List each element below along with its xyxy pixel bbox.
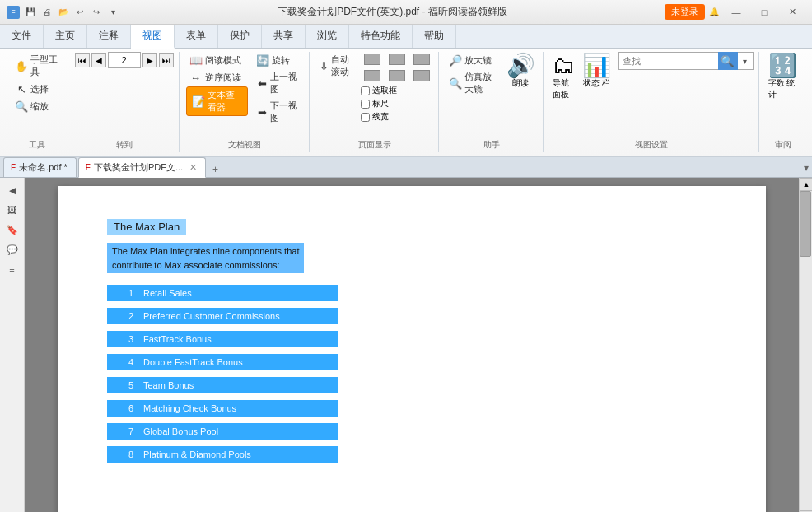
wireline-check[interactable]: 线宽 — [361, 111, 433, 123]
minimize-window-btn[interactable]: — — [723, 3, 749, 21]
word-count-icon: 🔢 — [768, 54, 797, 77]
layout-btn-3[interactable] — [410, 52, 433, 67]
title-bar-right: 未登录 🔔 — □ ✕ — [665, 3, 805, 21]
scroll-track — [800, 191, 812, 510]
thumbnail-btn[interactable]: 🖼 — [3, 201, 21, 219]
pdf-item-7: 7 Global Bonus Pool — [107, 423, 338, 440]
voice-btn[interactable]: 🔊 朗读 — [504, 52, 538, 91]
tab-browse[interactable]: 浏览 — [306, 25, 349, 48]
scroll-thumb[interactable] — [800, 191, 811, 257]
customize-btn[interactable]: ▾ — [105, 5, 120, 20]
layout-btn-6[interactable] — [410, 68, 433, 83]
scroll-up-btn[interactable]: ▲ — [800, 178, 812, 191]
doc-tab-1[interactable]: F 下载奖金计划PDF文... ✕ — [78, 157, 206, 178]
tab-help[interactable]: 帮助 — [413, 25, 456, 48]
tabs-dropdown-btn[interactable]: ▾ — [804, 162, 809, 174]
prev-view-btn[interactable]: ⬅ 上一视图 — [253, 69, 303, 97]
group-assistant-label: 助手 — [441, 139, 543, 151]
hand-tool-btn[interactable]: ✋ 手型工具 — [12, 52, 63, 80]
pdf-item-1: 1 Retail Sales — [107, 285, 338, 301]
zoom-icon: 🔍 — [15, 100, 28, 113]
maximize-window-btn[interactable]: □ — [751, 3, 777, 21]
layout-btn-2[interactable] — [385, 52, 408, 67]
pdf-page: The Max Plan The Max Plan integrates nin… — [58, 186, 766, 512]
rotate-btn[interactable]: 🔄 旋转 — [253, 52, 303, 68]
title-bar: F 💾 🖨 📂 ↩ ↪ ▾ 下载奖金计划PDF文件(英文).pdf - 福昕阅读… — [0, 0, 812, 25]
last-page-btn[interactable]: ⏭ — [159, 53, 174, 67]
next-view-btn[interactable]: ➡ 下一视图 — [253, 98, 303, 126]
rotate-icon: 🔄 — [256, 54, 269, 67]
title-bar-left: F 💾 🖨 📂 ↩ ↪ ▾ — [7, 5, 120, 20]
group-goto-content: ⏮ ◀ 2 ▶ ⏭ — [75, 52, 174, 152]
read-mode-icon: 📖 — [189, 54, 203, 67]
select-frame-check[interactable]: 选取框 — [361, 85, 433, 96]
tab-close-btn[interactable]: ✕ — [189, 162, 197, 173]
navigation-icon: 🗂 — [553, 54, 576, 77]
reverse-read-btn[interactable]: ↔ 逆序阅读 — [186, 69, 249, 86]
group-viewsettings-content: 🗂 导航 面板 📊 状态 栏 🔍 ▾ — [550, 52, 754, 152]
search-options-btn[interactable]: ▾ — [738, 54, 753, 68]
reverse-read-icon: ↔ — [189, 71, 203, 84]
tab-protect[interactable]: 保护 — [218, 25, 262, 48]
tab-form[interactable]: 表单 — [175, 25, 218, 48]
page-number-input[interactable]: 2 — [108, 52, 141, 68]
read-mode-btn[interactable]: 📖 阅读模式 — [186, 52, 249, 68]
tab-annotation[interactable]: 注释 — [87, 25, 131, 48]
redo-btn[interactable]: ↪ — [89, 5, 104, 20]
open-btn[interactable]: 📂 — [56, 5, 71, 20]
search-input[interactable] — [619, 54, 718, 67]
login-button[interactable]: 未登录 — [665, 4, 705, 20]
fake-magnifier-btn[interactable]: 🔍 仿真放大镜 — [446, 69, 499, 97]
layout-btn-4[interactable] — [361, 68, 384, 83]
status-bar-btn[interactable]: 📊 状态 栏 — [580, 52, 614, 91]
ribbon-tab-bar: 文件 主页 注释 视图 表单 保护 共享 浏览 特色功能 帮助 — [0, 25, 812, 49]
minimize-btn[interactable]: 🔔 — [707, 5, 721, 20]
next-page-btn[interactable]: ▶ — [142, 53, 157, 67]
tab-home[interactable]: 主页 — [44, 25, 87, 48]
fake-magnifier-icon: 🔍 — [449, 77, 462, 90]
magnifier-btn[interactable]: 🔎 放大镜 — [446, 52, 499, 68]
bookmark-btn[interactable]: 🔖 — [3, 221, 21, 239]
close-window-btn[interactable]: ✕ — [779, 3, 805, 21]
print-btn[interactable]: 🖨 — [40, 5, 54, 20]
text-reader-btn[interactable]: 📝 文本查看器 — [186, 86, 249, 116]
group-goto-label: 转到 — [70, 139, 179, 151]
zoom-btn[interactable]: 🔍 缩放 — [12, 98, 63, 114]
window-title: 下载奖金计划PDF文件(英文).pdf - 福昕阅读器领鲜版 — [120, 5, 665, 19]
auto-scroll-btn[interactable]: ⇩ 自动 滚动 — [316, 52, 359, 80]
ruler-check[interactable]: 标尺 — [361, 98, 433, 109]
document-tab-bar: F 未命名.pdf * F 下载奖金计划PDF文... ✕ + ▾ — [0, 157, 812, 178]
left-nav-arrow[interactable]: ◀ — [3, 181, 21, 199]
main-area: ◀ 🖼 🔖 💬 ≡ The Max Plan The Max Plan inte… — [0, 178, 812, 512]
tab-share[interactable]: 共享 — [262, 25, 306, 48]
voice-icon: 🔊 — [506, 54, 535, 77]
group-assistant: 🔎 放大镜 🔍 仿真放大镜 🔊 朗读 助手 — [441, 52, 544, 152]
group-docview-content: 📖 阅读模式 ↔ 逆序阅读 📝 文本查看器 🔄 旋转 — [186, 52, 304, 152]
layout-btn-5[interactable] — [385, 68, 408, 83]
group-review: 🔢 字数 统计 审阅 — [761, 52, 805, 152]
doc-tab-0[interactable]: F 未命名.pdf * — [3, 157, 77, 177]
hand-icon: ✋ — [15, 59, 28, 72]
undo-btn[interactable]: ↩ — [72, 5, 87, 20]
word-count-btn[interactable]: 🔢 字数 统计 — [766, 52, 800, 103]
tab-view[interactable]: 视图 — [131, 25, 175, 49]
group-review-content: 🔢 字数 统计 — [766, 52, 800, 152]
tab-features[interactable]: 特色功能 — [349, 25, 413, 48]
auto-scroll-icon: ⇩ — [320, 59, 329, 72]
tab-file[interactable]: 文件 — [0, 25, 44, 48]
first-page-btn[interactable]: ⏮ — [75, 53, 90, 67]
navigation-panel-btn[interactable]: 🗂 导航 面板 — [550, 52, 578, 103]
ribbon: 文件 主页 注释 视图 表单 保护 共享 浏览 特色功能 帮助 ✋ 手型工具 ↖… — [0, 25, 812, 157]
layers-btn[interactable]: ≡ — [3, 260, 21, 278]
annotation-panel-btn[interactable]: 💬 — [3, 240, 21, 258]
select-btn[interactable]: ↖ 选择 — [12, 81, 63, 97]
prev-view-icon: ⬅ — [256, 77, 267, 90]
add-tab-btn[interactable]: + — [208, 162, 223, 177]
left-panel: ◀ 🖼 🔖 💬 ≡ — [0, 178, 25, 512]
tab-icon-0: F — [11, 163, 16, 172]
save-btn[interactable]: 💾 — [23, 5, 38, 20]
search-button[interactable]: 🔍 — [718, 52, 738, 70]
layout-btn-1[interactable] — [361, 52, 384, 67]
group-pagedisplay-label: 页面显示 — [311, 139, 438, 151]
prev-page-btn[interactable]: ◀ — [91, 53, 106, 67]
